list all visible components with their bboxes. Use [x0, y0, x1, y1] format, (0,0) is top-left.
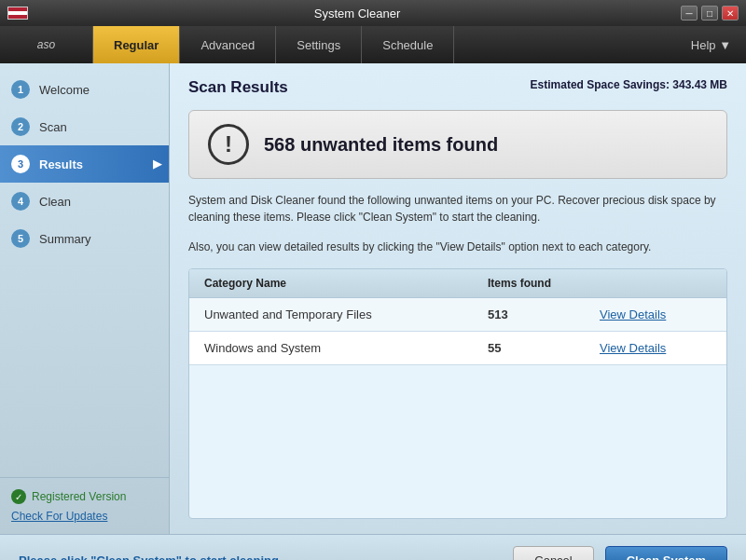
category-name-1: Unwanted and Temporary Files	[204, 307, 488, 321]
results-table: Category Name Items found Unwanted and T…	[188, 268, 727, 519]
sidebar: 1 Welcome 2 Scan 3 Results ▶ 4 Clean 5 S…	[0, 63, 170, 534]
tab-schedule[interactable]: Schedule	[362, 26, 454, 63]
window-title: System Cleaner	[34, 7, 681, 20]
items-count-2: 55	[488, 341, 600, 355]
title-bar: System Cleaner ─ □ ✕	[0, 0, 746, 26]
table-row: Windows and System 55 View Details	[189, 332, 726, 365]
sidebar-number-2: 2	[11, 117, 30, 136]
col-header-items: Items found	[488, 277, 600, 290]
registered-version: ✓ Registered Version	[11, 489, 158, 504]
cancel-button[interactable]: Cancel	[513, 546, 593, 560]
sidebar-item-scan[interactable]: 2 Scan	[0, 108, 169, 145]
maximize-button[interactable]: □	[701, 6, 718, 20]
content-panel: Scan Results Estimated Space Savings: 34…	[170, 63, 746, 534]
sidebar-label-welcome: Welcome	[39, 83, 90, 97]
estimated-savings: Estimated Space Savings: 343.43 MB	[531, 78, 727, 91]
bottom-message: Please click "Clean System" to start cle…	[19, 553, 502, 560]
tab-regular[interactable]: Regular	[93, 26, 180, 63]
col-header-category: Category Name	[204, 277, 488, 290]
window-controls: ─ □ ✕	[681, 6, 739, 20]
sidebar-label-summary: Summary	[39, 232, 91, 246]
main-area: 1 Welcome 2 Scan 3 Results ▶ 4 Clean 5 S…	[0, 63, 746, 534]
app-logo: aso	[0, 26, 93, 63]
sidebar-label-results: Results	[39, 157, 83, 171]
sidebar-number-4: 4	[11, 192, 30, 211]
sidebar-arrow-icon: ▶	[153, 157, 161, 171]
description-text-1: System and Disk Cleaner found the follow…	[188, 192, 727, 225]
items-count-1: 513	[488, 307, 600, 321]
clean-system-button[interactable]: Clean System	[605, 546, 727, 560]
flag-icon	[7, 7, 28, 20]
sidebar-item-clean[interactable]: 4 Clean	[0, 183, 169, 220]
sidebar-item-results[interactable]: 3 Results ▶	[0, 145, 169, 183]
clean-system-mention: Clean System	[97, 553, 176, 560]
minimize-button[interactable]: ─	[681, 6, 698, 20]
scan-results-title: Scan Results	[188, 78, 288, 97]
table-row: Unwanted and Temporary Files 513 View De…	[189, 298, 726, 332]
sidebar-number-1: 1	[11, 80, 30, 99]
sidebar-number-5: 5	[11, 229, 30, 248]
sidebar-item-welcome[interactable]: 1 Welcome	[0, 71, 169, 108]
sidebar-label-scan: Scan	[39, 120, 67, 134]
tab-advanced[interactable]: Advanced	[180, 26, 276, 63]
sidebar-bottom: ✓ Registered Version Check For Updates	[0, 477, 169, 534]
nav-bar: aso Regular Advanced Settings Schedule H…	[0, 26, 746, 63]
view-details-1[interactable]: View Details	[600, 307, 711, 321]
check-updates-link[interactable]: Check For Updates	[11, 510, 158, 523]
sidebar-label-clean: Clean	[39, 195, 71, 209]
bottom-bar: Please click "Clean System" to start cle…	[0, 534, 746, 560]
close-button[interactable]: ✕	[722, 6, 739, 20]
help-button[interactable]: Help ▼	[676, 26, 746, 63]
sidebar-number-3: 3	[11, 155, 30, 173]
view-details-2[interactable]: View Details	[600, 341, 711, 355]
alert-icon: !	[208, 124, 249, 165]
nav-tabs: Regular Advanced Settings Schedule	[93, 26, 676, 63]
description-text-2: Also, you can view detailed results by c…	[188, 239, 727, 255]
tab-settings[interactable]: Settings	[276, 26, 362, 63]
col-header-action	[600, 277, 711, 290]
table-header: Category Name Items found	[189, 269, 726, 298]
alert-box: ! 568 unwanted items found	[188, 110, 727, 179]
content-header: Scan Results Estimated Space Savings: 34…	[188, 78, 727, 97]
alert-text: 568 unwanted items found	[264, 134, 498, 156]
sidebar-item-summary[interactable]: 5 Summary	[0, 220, 169, 257]
check-icon: ✓	[11, 489, 26, 504]
category-name-2: Windows and System	[204, 341, 488, 355]
